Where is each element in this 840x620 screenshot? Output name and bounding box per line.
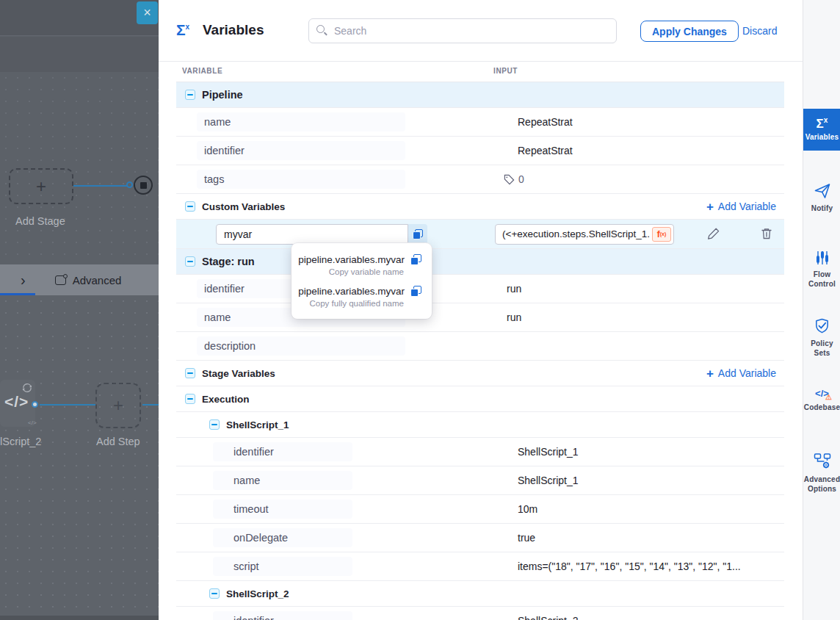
popup-item[interactable]: pipeline.variables.myvar Copy variable n… [302,254,421,276]
variables-table: Pipeline name RepeatStrat identifier Rep… [159,82,803,620]
variable-key-pill: onDelegate [213,528,352,547]
variables-sigma-icon: Σx [817,117,828,130]
add-step-node[interactable]: + [95,383,141,428]
variable-name-input[interactable] [216,224,408,245]
advanced-panel-icon [55,275,66,285]
variable-value: RepeatStrat [518,145,573,156]
sidebar-item-codebase[interactable]: </> ⚠ Codebase [803,388,840,413]
tab-advanced[interactable]: Advanced [55,274,122,286]
section-label: Stage: run [202,256,255,267]
connector-port [32,401,38,408]
stage-canvas: + Add Stage [0,72,159,264]
sidebar-item-flow-control[interactable]: Flow Control [803,250,840,289]
collapse-minus-icon[interactable] [185,256,195,267]
variable-key-pill: description [197,336,405,356]
copy-action-label[interactable]: Copy variable name [302,267,404,276]
editor-bottom-bar [0,616,159,620]
variable-key-pill: identifier [213,611,352,620]
expression-input[interactable]: (<+execution.steps.ShellScript_1. f(x) [495,224,674,245]
discard-button[interactable]: Discard [742,25,777,37]
collapse-minus-icon[interactable] [209,588,220,599]
table-row: script items=("18", "17", "16", "15", "1… [176,552,784,581]
variable-key-pill: tags [197,170,405,189]
copy-icon[interactable] [410,286,421,297]
table-row: timeout 10m [176,495,784,524]
section-row-shellscript2: ShellScript_2 [176,581,784,607]
sliders-icon [814,250,830,266]
custom-variable-row-myvar: (<+execution.steps.ShellScript_1. f(x) [176,220,784,249]
table-row: identifier ShellScript_1 [176,438,784,466]
add-stage-label: Add Stage [15,215,65,227]
copy-action-label[interactable]: Copy fully qualified name [302,299,404,308]
close-icon: × [143,5,151,21]
add-step-label: Add Step [96,436,140,447]
editor-toolbar: × [0,0,159,36]
add-variable-button[interactable]: + Add Variable [706,201,776,213]
collapse-minus-icon[interactable] [185,368,195,378]
popup-item[interactable]: pipeline.variables.myvar Copy fully qual… [302,286,421,308]
table-row: identifier RepeatStrat [176,137,784,165]
gear-icon [63,274,68,278]
variable-path: pipeline.variables.myvar [298,254,405,265]
table-row: name run [176,303,784,332]
column-input: INPUT [493,67,518,75]
variable-value: true [518,532,535,544]
variables-drawer: Σx Variables Apply Changes Discard VARIA… [159,0,803,620]
copy-icon[interactable] [410,254,421,265]
tags-value: 0 [504,173,524,185]
pipeline-editor-backdrop: × + Add Stage › Advanced </> </> + [0,0,159,620]
plus-icon: + [706,367,714,380]
connector-port [126,181,133,188]
section-label: Execution [202,394,250,405]
table-row: description [176,332,784,361]
copy-button[interactable] [408,224,427,245]
collapse-minus-icon[interactable] [185,90,195,100]
shield-check-icon [814,317,830,335]
drawer-header: Σx Variables Apply Changes Discard [159,0,803,62]
add-stage-node[interactable]: + [9,168,73,204]
collapse-minus-icon[interactable] [209,419,220,430]
step-canvas: </> </> + lScript_2 Add Step [0,295,159,616]
sidebar-item-variables[interactable]: Σx Variables [803,109,840,151]
variable-key-pill: name [213,471,352,490]
apply-changes-button[interactable]: Apply Changes [640,21,739,42]
connector-line [40,404,95,405]
variables-sigma-icon: Σx [176,21,189,39]
sidebar-item-notify[interactable]: Notify [803,182,840,214]
search-input[interactable] [308,18,617,43]
flowchart-gear-icon [814,452,831,471]
editor-tab-bar: › Advanced [0,264,159,295]
table-row: name RepeatStrat [176,108,784,137]
chevron-right-icon[interactable]: › [21,273,26,287]
step-name-label: lScript_2 [0,436,41,447]
variable-key-pill: name [197,112,405,131]
table-row: name ShellScript_1 [176,466,784,495]
variable-key-pill: script [213,557,352,576]
variable-key-pill: identifier [213,442,352,461]
close-button[interactable]: × [137,1,158,24]
collapse-minus-icon[interactable] [185,201,195,212]
add-variable-button[interactable]: + Add Variable [706,367,776,380]
editor-subheader [0,37,159,72]
edit-icon[interactable] [706,226,721,241]
right-sidebar: Σx Variables Notify Flow Control Policy … [803,0,840,620]
variable-value: items=("18", "17", "16", "15", "14", "13… [518,560,741,572]
variable-value: ShellScript_1 [518,475,579,486]
table-header: VARIABLE INPUT [176,62,784,82]
collapse-minus-icon[interactable] [185,394,195,404]
section-label: ShellScript_1 [226,419,289,430]
expression-fx-icon[interactable]: f(x) [652,227,671,242]
section-row-execution: Execution [176,386,784,412]
section-row-stage-run: Stage: run [176,249,784,275]
sidebar-item-advanced-options[interactable]: Advanced Options [803,452,840,494]
shell-script-small-icon: </> [28,419,37,426]
variable-value: ShellScript_2 [518,615,579,620]
table-row: identifier ShellScript_2 [176,607,784,620]
copy-variable-popup: pipeline.variables.myvar Copy variable n… [292,243,432,319]
table-row: identifier run [176,275,784,303]
stop-icon [140,182,147,189]
codebase-icon: </> ⚠ [815,388,829,399]
variable-value: RepeatStrat [518,116,573,128]
delete-icon[interactable] [759,226,774,241]
sidebar-item-policy-sets[interactable]: Policy Sets [803,317,840,358]
